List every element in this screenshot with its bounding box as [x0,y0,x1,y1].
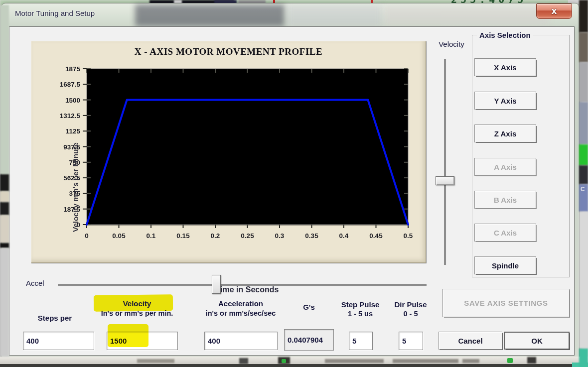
acceleration-label: Acceleration [196,299,286,308]
velocity-slider-thumb[interactable] [436,176,454,185]
motion-profile-chart: 00.050.10.150.20.250.30.350.40.450.50187… [31,41,426,262]
background-blob [239,358,248,364]
velocity-field-label: Velocity [92,299,182,308]
right-edge-bleed [579,349,588,367]
left-edge-bleed [0,191,9,202]
close-icon: x [552,6,557,16]
right-edge-bleed [579,102,588,144]
svg-text:0.1: 0.1 [147,232,156,240]
cancel-button[interactable]: Cancel [439,332,502,350]
svg-text:0.35: 0.35 [305,232,318,240]
svg-text:0.2: 0.2 [211,232,220,240]
left-edge-bleed [0,5,9,174]
background-blob [462,359,479,363]
steps-per-label: Steps per [10,314,100,322]
background-blob [527,357,536,364]
titlebar-glass-bleed [287,4,382,26]
axis-selection-title: Axis Selection [477,31,533,39]
right-edge-bleed [579,212,588,349]
dir-pulse-sublabel: 0 - 5 [381,310,441,318]
svg-text:0.3: 0.3 [275,232,285,240]
right-edge-bleed [579,32,588,62]
z-axis-button[interactable]: Z Axis [474,124,536,142]
background-blob [325,359,384,363]
window-title: Motor Tuning and Setup [15,9,95,17]
background-green-led [282,359,286,363]
svg-text:0.5: 0.5 [404,232,413,240]
background-blob [137,359,174,363]
dir-pulse-label: Dir Pulse [381,300,441,309]
chart-y-axis-label: Velocity mm's per Minute [71,142,80,232]
accel-slider-track[interactable] [58,284,427,286]
ok-button[interactable]: OK [504,332,570,350]
gs-label: G's [284,303,334,311]
svg-text:1687.5: 1687.5 [60,81,81,88]
accel-slider-thumb[interactable] [212,275,221,294]
left-edge-bleed [0,248,9,357]
right-edge-bleed [579,0,588,32]
titlebar-glass-bleed [135,4,285,26]
svg-text:1500: 1500 [65,97,80,104]
svg-text:1312.5: 1312.5 [60,112,81,120]
svg-text:0.05: 0.05 [112,232,126,240]
velocity-slider-track[interactable] [444,59,446,265]
svg-text:0: 0 [85,232,89,240]
svg-text:0.45: 0.45 [369,232,383,240]
left-edge-bleed [0,174,9,191]
right-edge-bleed [579,165,588,184]
bottom-dark-edge [0,364,588,367]
a-axis-button: A Axis [474,158,536,176]
right-edge-letter: C [581,186,585,193]
steps-per-input[interactable] [23,332,94,350]
svg-text:0.4: 0.4 [339,232,349,240]
gs-readout [284,329,334,351]
spindle-button[interactable]: Spindle [474,256,536,274]
background-green-led [507,358,513,363]
acceleration-input[interactable] [204,332,278,350]
background-blob [393,359,458,363]
velocity-slider-label: Velocity [432,40,471,48]
left-edge-bleed [0,202,9,215]
close-button[interactable]: x [536,3,572,19]
chart-x-axis-label: Time in Seconds [185,285,309,294]
titlebar-glass-bleed [384,5,549,25]
y-axis-button[interactable]: Y Axis [474,92,536,110]
save-axis-settings-button: SAVE AXIS SETTINGS [442,289,570,317]
left-edge-bleed [0,243,9,248]
chart-panel: X - AXIS MOTOR MOVEMENT PROFILE 00.050.1… [31,41,426,263]
screen: 255.4075 Motor Tuning and Setup x X - AX… [0,0,588,367]
svg-text:1875: 1875 [65,65,81,73]
svg-text:0.25: 0.25 [241,232,254,240]
left-edge-bleed [0,215,9,243]
b-axis-button: B Axis [474,191,536,209]
svg-text:0.15: 0.15 [176,232,190,240]
svg-text:1125: 1125 [66,127,81,135]
right-edge-bleed [579,62,588,102]
right-edge-green-blob [579,144,588,165]
c-axis-button: C Axis [474,224,536,242]
accel-slider-label: Accel [26,279,44,287]
dir-pulse-input[interactable] [399,332,423,350]
acceleration-sublabel: in's or mm's/sec/sec [196,309,286,317]
x-axis-button[interactable]: X Axis [474,58,536,76]
velocity-value-highlight [108,324,148,347]
step-pulse-input[interactable] [349,332,373,350]
